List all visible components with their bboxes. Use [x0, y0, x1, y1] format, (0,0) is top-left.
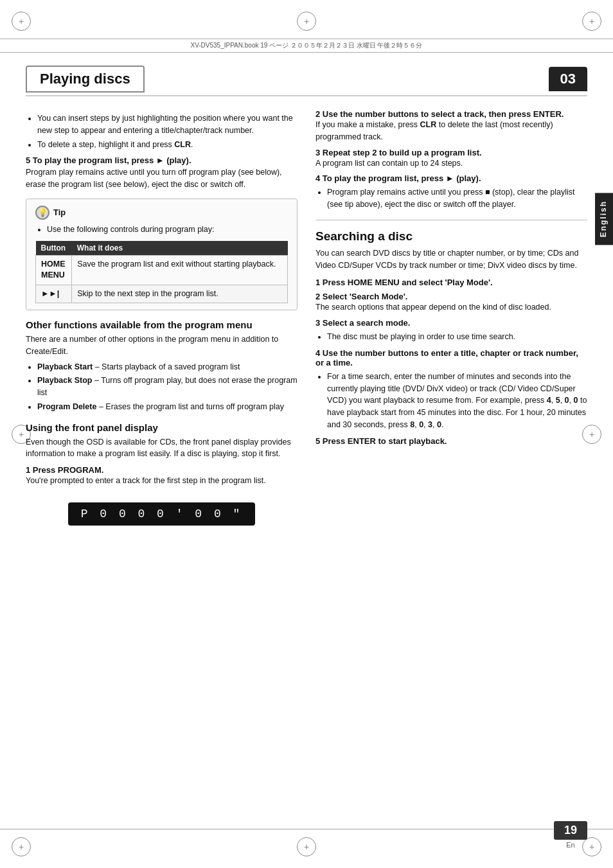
reg-mark-tr	[582, 12, 601, 31]
page-number-badge: 19	[554, 821, 587, 840]
file-info-text: XV-DV535_IPPAN.book 19 ページ ２００５年２月２３日 水曜…	[190, 41, 422, 50]
reg-mark-tc	[297, 12, 316, 31]
table-row: ►►| Skip to the next step in the program…	[36, 285, 288, 303]
intro-bullet-1: You can insert steps by just highlightin…	[37, 112, 298, 137]
table-header-button: Button	[36, 241, 72, 256]
other-functions-heading: Other functions available from the progr…	[26, 319, 298, 330]
page-header: Playing discs 03	[26, 64, 587, 96]
step-3-right: 3 Repeat step 2 to build up a program li…	[315, 148, 587, 170]
chapter-number: 03	[549, 67, 587, 91]
search-step-5-label: 5 Press ENTER to start playback.	[315, 436, 587, 446]
table-cell-action-2: Skip to the next step in the program lis…	[72, 285, 288, 303]
tip-header: 💡 Tip	[35, 206, 288, 220]
search-step-5: 5 Press ENTER to start playback.	[315, 436, 587, 446]
table-row: HOMEMENU Save the program list and exit …	[36, 255, 288, 285]
reg-mark-tl	[12, 12, 31, 31]
front-panel-step1-body: You're prompted to enter a track for the…	[26, 475, 298, 487]
table-header-action: What it does	[72, 241, 288, 256]
search-step-3-bullets: The disc must be playing in order to use…	[327, 331, 587, 343]
intro-bullets: You can insert steps by just highlightin…	[37, 112, 298, 150]
content-columns: You can insert steps by just highlightin…	[26, 109, 587, 541]
display-wrapper: P 0 0 0 0 ′ 0 0 ″	[26, 496, 298, 532]
front-panel-step1-label: 1 Press PROGRAM.	[26, 465, 298, 475]
other-func-bullet-2: Playback Stop – Turns off program play, …	[37, 375, 298, 399]
searching-intro: You can search DVD discs by title or cha…	[315, 247, 587, 272]
search-step-4: 4 Use the number buttons to enter a titl…	[315, 348, 587, 431]
step-4-bullets: Program play remains active until you pr…	[327, 186, 587, 211]
main-content: Playing discs 03 You can insert steps by…	[26, 64, 587, 817]
search-step-3-label: 3 Select a search mode.	[315, 318, 587, 328]
search-step-1-label: 1 Press HOME MENU and select 'Play Mode'…	[315, 278, 587, 287]
search-step-1: 1 Press HOME MENU and select 'Play Mode'…	[315, 278, 587, 287]
table-cell-action-1: Save the program list and exit without s…	[72, 255, 288, 285]
table-cell-button-2: ►►|	[36, 285, 72, 303]
step-4-right: 4 To play the program list, press ► (pla…	[315, 173, 587, 211]
tip-box: 💡 Tip Use the following controls during …	[26, 199, 298, 310]
searching-heading: Searching a disc	[315, 229, 587, 244]
step-5-body: Program play remains active until you tu…	[26, 166, 298, 191]
other-functions-intro: There are a number of other options in t…	[26, 333, 298, 358]
front-panel-section: Using the front panel display Even thoug…	[26, 422, 298, 532]
other-func-bullet-1: Playback Start – Starts playback of a sa…	[37, 361, 298, 373]
intro-bullet-2: To delete a step, highlight it and press…	[37, 139, 298, 151]
step-4-label: 4 To play the program list, press ► (pla…	[315, 173, 587, 183]
bottom-strip	[0, 829, 613, 829]
search-step-3: 3 Select a search mode. The disc must be…	[315, 318, 587, 343]
file-info-strip: XV-DV535_IPPAN.book 19 ページ ２００５年２月２３日 水曜…	[0, 39, 613, 53]
searching-section: Searching a disc You can search DVD disc…	[315, 229, 587, 446]
tip-bullet-1: Use the following controls during progra…	[47, 224, 288, 236]
step-2-right: 2 Use the number buttons to select a tra…	[315, 109, 587, 143]
reg-mark-bl	[12, 837, 31, 856]
step-2-body: If you make a mistake, press CLR to dele…	[315, 119, 587, 143]
button-table: Button What it does HOMEMENU Save the pr…	[35, 241, 288, 304]
right-column: 2 Use the number buttons to select a tra…	[315, 109, 587, 541]
page-title: Playing discs	[26, 66, 145, 93]
page-number-label: En	[566, 841, 574, 849]
step-2-label: 2 Use the number buttons to select a tra…	[315, 109, 587, 119]
reg-mark-bc	[297, 837, 316, 856]
step-4-bullet-1: Program play remains active until you pr…	[327, 186, 587, 211]
table-cell-button-1: HOMEMENU	[36, 255, 72, 285]
tip-title: Tip	[53, 208, 66, 217]
tip-icon: 💡	[35, 206, 49, 220]
front-panel-body: Even though the OSD is available for CDs…	[26, 436, 298, 461]
step-5-label: 5 To play the program list, press ► (pla…	[26, 155, 298, 165]
search-step-4-bullet-1: For a time search, enter the number of m…	[327, 371, 587, 431]
language-tab: English	[595, 193, 613, 245]
page-number-box: 19 En	[554, 821, 587, 849]
step-5-left: 5 To play the program list, press ► (pla…	[26, 155, 298, 191]
other-functions-bullets: Playback Start – Starts playback of a sa…	[37, 361, 298, 413]
front-panel-display: P 0 0 0 0 ′ 0 0 ″	[68, 502, 256, 526]
step-3-body: A program list can contain up to 24 step…	[315, 157, 587, 170]
tip-bullets: Use the following controls during progra…	[47, 224, 288, 236]
other-functions: Other functions available from the progr…	[26, 319, 298, 413]
search-step-4-bullets: For a time search, enter the number of m…	[327, 371, 587, 431]
search-step-2-label: 2 Select 'Search Mode'.	[315, 292, 587, 301]
search-step-4-label: 4 Use the number buttons to enter a titl…	[315, 348, 587, 368]
search-step-2: 2 Select 'Search Mode'. The search optio…	[315, 292, 587, 314]
section-divider	[315, 220, 587, 220]
front-panel-heading: Using the front panel display	[26, 422, 298, 433]
left-column: You can insert steps by just highlightin…	[26, 109, 298, 541]
search-step-3-bullet-1: The disc must be playing in order to use…	[327, 331, 587, 343]
step-3-label: 3 Repeat step 2 to build up a program li…	[315, 148, 587, 157]
search-step-2-body: The search options that appear depend on…	[315, 301, 587, 314]
other-func-bullet-3: Program Delete – Erases the program list…	[37, 401, 298, 413]
